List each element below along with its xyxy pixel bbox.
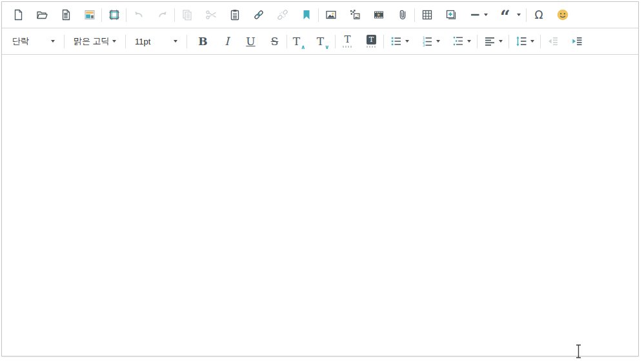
bookmark-icon — [300, 8, 313, 21]
strikethrough-glyph: S — [271, 36, 279, 47]
chevron-down-icon — [484, 14, 488, 16]
redo-icon — [156, 8, 169, 21]
remove-link-button — [270, 4, 294, 26]
copy-icon — [181, 8, 194, 21]
subscript-glyph: T — [317, 36, 324, 47]
chevron-down-icon — [530, 40, 534, 43]
subscript-mark-icon: ∨ — [325, 44, 329, 50]
italic-button[interactable]: I — [215, 30, 239, 52]
chevron-down-icon — [174, 40, 177, 43]
highlight-color-chip: T — [367, 35, 376, 44]
underline-button[interactable]: U — [239, 30, 263, 52]
photo-gallery-icon — [348, 8, 361, 21]
text-align-button[interactable] — [478, 30, 508, 52]
numbered-list-icon: 123 — [421, 35, 434, 48]
new-document-button[interactable] — [6, 4, 30, 26]
paste-button[interactable] — [223, 4, 247, 26]
rich-text-editor: “Ω 단락맑은 고딕11ptBIUST∧T∨TT123 — [1, 1, 639, 356]
outdent-button — [541, 30, 565, 52]
editor-content-area[interactable] — [2, 55, 638, 356]
highlight-color-swatch — [367, 46, 377, 48]
italic-glyph: I — [225, 36, 229, 47]
block-quote-button[interactable]: “ — [494, 4, 526, 26]
chevron-down-icon — [467, 40, 471, 43]
font-size-select[interactable]: 11pt — [130, 32, 183, 51]
font-color-icon: T — [343, 35, 353, 48]
multilevel-list-button[interactable] — [446, 30, 477, 52]
insert-link-button[interactable] — [247, 4, 270, 26]
bold-button[interactable]: B — [191, 30, 215, 52]
svg-text:3: 3 — [423, 43, 425, 47]
outdent-icon — [547, 35, 559, 48]
bookmark-button[interactable] — [294, 4, 318, 26]
superscript-button[interactable]: T∧ — [287, 30, 311, 52]
special-character-button[interactable]: Ω — [527, 4, 550, 26]
copy-button — [175, 4, 199, 26]
indent-icon — [570, 35, 583, 48]
toolbar-separator — [64, 35, 65, 48]
open-file-button[interactable] — [30, 4, 54, 26]
toolbar-separator — [125, 35, 126, 48]
highlight-color-glyph: T — [369, 36, 374, 43]
multilevel-list-icon — [452, 35, 465, 48]
undo-icon — [132, 8, 145, 21]
unlink-icon — [276, 8, 289, 21]
font-color-swatch — [343, 46, 353, 48]
line-height-icon — [515, 35, 528, 48]
undo-button — [126, 4, 150, 26]
subscript-button[interactable]: T∨ — [311, 30, 335, 52]
chevron-down-icon — [112, 40, 116, 43]
svg-text:Ω: Ω — [534, 8, 543, 21]
paste-icon — [228, 8, 241, 21]
image-icon — [325, 8, 337, 21]
font-color-button[interactable]: T — [336, 30, 359, 52]
attach-file-button[interactable] — [390, 4, 414, 26]
special-character-icon: Ω — [532, 8, 545, 21]
link-icon — [252, 8, 265, 21]
indent-button[interactable] — [565, 30, 589, 52]
highlight-color-button[interactable]: T — [359, 30, 383, 52]
edit-area-button[interactable] — [102, 4, 126, 26]
chevron-down-icon — [51, 40, 55, 43]
horizontal-line-button[interactable] — [463, 4, 494, 26]
align-icon — [483, 35, 496, 48]
insert-box-button[interactable] — [439, 4, 463, 26]
redo-button — [150, 4, 174, 26]
strikethrough-button[interactable]: S — [263, 30, 287, 52]
paragraph-style-select[interactable]: 단락 — [7, 32, 60, 51]
font-family-value: 맑은 고딕 — [74, 35, 110, 47]
layout-template-icon — [83, 8, 96, 21]
paragraph-style-value: 단락 — [12, 35, 29, 47]
cut-button — [199, 4, 223, 26]
bullet-list-button[interactable] — [384, 30, 415, 52]
superscript-mark-icon: ∧ — [301, 44, 305, 50]
text-document-button[interactable] — [54, 4, 77, 26]
font-size-value: 11pt — [135, 37, 150, 46]
insert-video-button[interactable] — [367, 4, 390, 26]
superscript-glyph: T — [293, 36, 300, 47]
chevron-down-icon — [517, 14, 521, 16]
line-height-button[interactable] — [509, 30, 540, 52]
underline-glyph: U — [246, 36, 255, 47]
i-beam-cursor — [575, 344, 582, 358]
insert-image-button[interactable] — [319, 4, 343, 26]
page-template-button[interactable] — [77, 4, 101, 26]
bold-glyph: B — [198, 36, 207, 47]
highlight-color-icon: T — [367, 35, 377, 48]
chevron-down-icon — [499, 40, 503, 43]
folder-open-icon — [35, 8, 48, 21]
cut-icon — [205, 8, 217, 21]
frame-icon — [108, 8, 121, 21]
bullet-list-icon — [390, 35, 403, 48]
toolbar-separator — [186, 35, 187, 48]
video-icon — [372, 8, 385, 21]
insert-table-button[interactable] — [415, 4, 439, 26]
horizontal-line-icon — [470, 8, 481, 21]
photo-gallery-button[interactable] — [343, 4, 367, 26]
toolbar-primary: “Ω — [2, 2, 638, 28]
chevron-down-icon — [405, 40, 409, 43]
font-family-select[interactable]: 맑은 고딕 — [68, 32, 121, 51]
numbered-list-button[interactable]: 123 — [415, 30, 446, 52]
text-document-icon — [59, 8, 72, 21]
emoticon-button[interactable] — [550, 4, 574, 26]
